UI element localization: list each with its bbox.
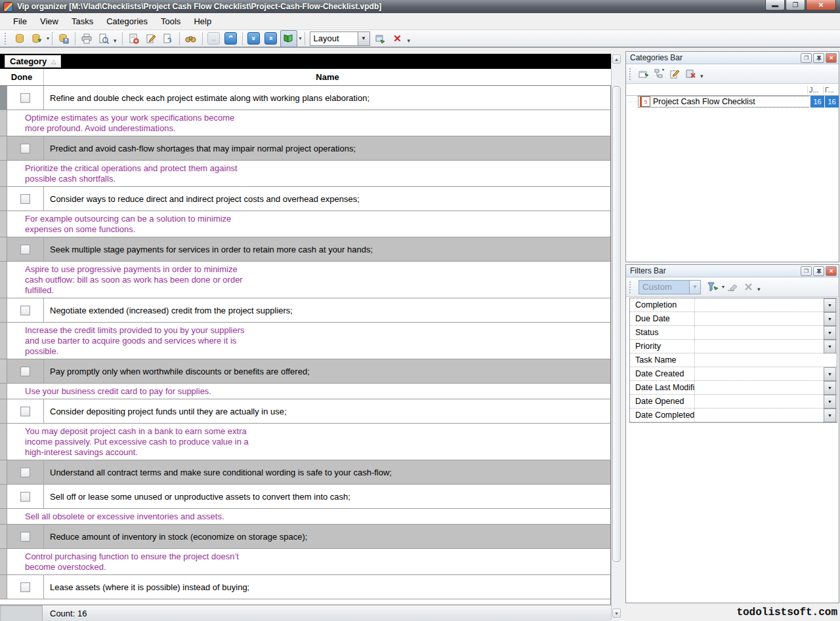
find-icon[interactable] [183, 31, 199, 47]
filter-value-cell[interactable] [695, 298, 824, 311]
collapse-all-icon[interactable]: » [263, 31, 279, 47]
group-by-category-button[interactable]: Category △ [5, 55, 61, 68]
note-row[interactable]: Aspire to use progressive payments in or… [0, 262, 610, 298]
menu-tools[interactable]: Tools [154, 14, 187, 29]
task-row[interactable]: Consider depositing project funds until … [0, 399, 610, 424]
expand-all-icon[interactable]: » [246, 31, 262, 47]
done-checkbox[interactable] [20, 93, 30, 103]
note-row[interactable]: Sell all obsolete or excessive inventori… [0, 509, 610, 525]
layout-combobox-dropdown-icon[interactable]: ▼ [358, 32, 369, 45]
note-row[interactable]: Prioritize the critical operations and p… [0, 161, 610, 187]
toolbar-overflow-icon[interactable]: ▾ [408, 37, 411, 44]
filter-dropdown-icon[interactable]: ▼ [824, 312, 836, 326]
clear-filter-icon[interactable] [724, 280, 740, 294]
menu-help[interactable]: Help [187, 14, 218, 29]
close-button[interactable]: ✕ [806, 0, 836, 10]
add-category-icon[interactable] [636, 67, 652, 81]
task-row[interactable]: Lease assets (where it is possible) inst… [0, 575, 610, 599]
done-checkbox[interactable] [20, 367, 30, 376]
scrollbar-thumb[interactable] [612, 86, 621, 562]
open-database-icon[interactable] [29, 31, 45, 47]
category-item-focus[interactable]: 5 Project Cash Flow Checklist [639, 96, 810, 107]
open-database-dropdown-icon[interactable]: ▾ [47, 35, 49, 41]
filter-dropdown-icon[interactable]: ▼ [824, 340, 836, 353]
task-row[interactable]: Sell off or lease some unused or unprodu… [0, 485, 610, 509]
move-down-icon[interactable]: ⌄ [206, 31, 222, 47]
done-checkbox[interactable] [20, 245, 30, 254]
print-preview-icon[interactable] [96, 31, 112, 47]
filters-pin-icon[interactable] [813, 266, 824, 276]
filter-preset-combobox[interactable]: Custom ▼ [639, 280, 701, 294]
done-checkbox[interactable] [20, 492, 30, 502]
task-row[interactable]: Seek multiple stage payments for service… [0, 237, 610, 262]
view-layout-dropdown-icon[interactable]: ▾ [299, 35, 302, 41]
categories-toolbar-overflow-icon[interactable]: ▾ [700, 73, 704, 79]
filter-dropdown-icon[interactable]: ▼ [824, 395, 836, 409]
filter-dropdown-icon[interactable]: ▼ [824, 381, 836, 395]
done-checkbox[interactable] [20, 582, 30, 592]
apply-layout-icon[interactable] [373, 31, 388, 47]
view-layout-icon[interactable] [280, 30, 297, 47]
task-row[interactable]: Understand all contract terms and make s… [0, 460, 610, 485]
task-row[interactable]: Consider ways to reduce direct and indir… [0, 187, 610, 211]
add-subcategory-icon[interactable] [652, 67, 667, 81]
filter-value-cell[interactable] [695, 340, 824, 353]
filter-dropdown-icon[interactable]: ▼ [824, 298, 836, 312]
filter-value-cell[interactable] [695, 409, 824, 422]
edit-task-icon[interactable] [143, 31, 159, 47]
new-task-icon[interactable] [126, 31, 142, 47]
note-row[interactable]: For example outsourcing can be a solutio… [0, 211, 610, 237]
menu-categories[interactable]: Categories [100, 14, 154, 29]
categories-close-icon[interactable]: ✕ [826, 53, 837, 63]
filter-value-cell[interactable] [695, 326, 824, 339]
column-header-name[interactable]: Name [44, 69, 611, 85]
scroll-up-icon[interactable]: ▲ [612, 54, 621, 64]
menu-tasks[interactable]: Tasks [65, 14, 100, 29]
layout-combobox[interactable]: Layout ▼ [310, 31, 370, 46]
categories-pin-icon[interactable] [813, 53, 824, 63]
new-database-icon[interactable] [12, 31, 28, 47]
done-checkbox[interactable] [20, 306, 30, 315]
filters-maximize-icon[interactable]: ❐ [801, 266, 812, 276]
print-icon[interactable] [79, 31, 94, 47]
move-up-icon[interactable]: ⌃ [223, 31, 239, 47]
filter-value-cell[interactable] [695, 367, 824, 380]
edit-category-icon[interactable] [667, 67, 683, 81]
filter-dropdown-icon[interactable]: ▼ [824, 409, 836, 422]
note-row[interactable]: You may deposit project cash in a bank t… [0, 424, 610, 460]
filter-value-cell[interactable] [695, 312, 824, 325]
delete-layout-icon[interactable]: ✕ [390, 31, 406, 47]
done-checkbox[interactable] [20, 194, 30, 204]
categories-maximize-icon[interactable]: ❐ [801, 53, 812, 63]
minimize-button[interactable]: ▬ [765, 0, 785, 10]
list-vertical-scrollbar[interactable]: ▲ ▼ [611, 54, 621, 620]
filters-toolbar-overflow-icon[interactable]: ▾ [757, 286, 761, 292]
done-checkbox[interactable] [20, 144, 30, 153]
restore-button[interactable]: ❐ [786, 0, 805, 10]
done-checkbox[interactable] [20, 532, 30, 542]
filter-value-cell[interactable] [695, 381, 824, 394]
filter-value-cell[interactable] [695, 395, 824, 408]
delete-category-icon[interactable] [683, 67, 699, 81]
filter-dropdown-icon[interactable]: ▼ [824, 367, 836, 381]
filter-dropdown-icon[interactable]: ▼ [824, 326, 836, 340]
apply-filter-icon[interactable] [705, 280, 721, 294]
task-row[interactable]: Predict and avoid cash-flow shortages th… [0, 136, 610, 161]
category-list-item[interactable]: ···· 5 Project Cash Flow Checklist 16 16 [626, 96, 839, 108]
note-row[interactable]: Use your business credit card to pay for… [0, 384, 610, 399]
menu-file[interactable]: File [7, 14, 33, 29]
print-group-overflow-icon[interactable]: ▾ [114, 37, 117, 44]
note-row[interactable]: Increase the credit limits provided to y… [0, 323, 610, 359]
task-row[interactable]: Refine and double check each project est… [0, 86, 610, 110]
delete-filter-icon[interactable] [740, 280, 756, 294]
note-row[interactable]: Optimize estimates as your work specific… [0, 110, 610, 136]
column-header-done[interactable]: Done [0, 69, 44, 85]
task-row[interactable]: Negotiate extended (increased) credit fr… [0, 298, 610, 323]
filters-close-icon[interactable]: ✕ [826, 266, 837, 276]
task-row[interactable]: Pay promptly only when worthwhile discou… [0, 359, 610, 384]
save-database-icon[interactable] [56, 31, 72, 47]
menu-view[interactable]: View [33, 14, 65, 29]
task-row[interactable]: Reduce amount of inventory in stock (eco… [0, 525, 610, 549]
scroll-down-icon[interactable]: ▼ [612, 609, 621, 618]
filter-value-cell[interactable] [695, 353, 837, 367]
